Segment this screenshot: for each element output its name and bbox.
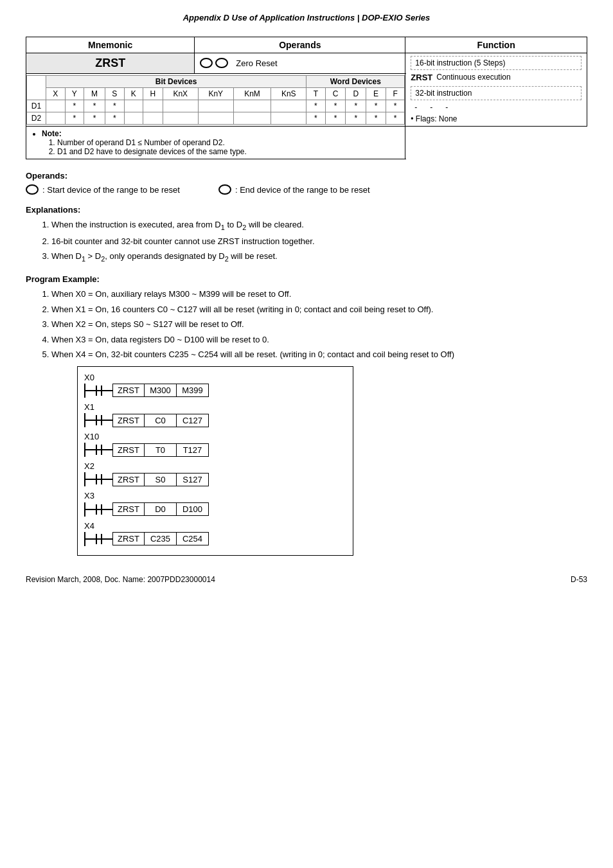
operand2-box: T127 [177,443,209,457]
program-example-item: When X4 = On, 32-bit counters C235 ~ C25… [51,348,587,361]
rung-input-label: X10 [78,431,353,443]
h-line-3 [102,509,112,510]
operand2-box: M399 [177,384,209,397]
col-header: KnY [198,87,233,100]
operand1-box: T0 [145,443,177,457]
operand1-box: C235 [145,532,177,545]
operands-section-title: Operands: [26,171,587,181]
footer-revision: Revision March, 2008, Doc. Name: 2007PDD… [26,575,215,584]
h-line-1 [85,479,96,480]
rung-signal-row: ZRSTM300M399 [78,384,353,398]
func-32bit-box: 32-bit instruction [411,86,582,100]
rung-input-label: X0 [78,372,353,384]
ladder-rung: X4ZRSTC235C254 [78,520,353,546]
zero-reset-label: Zero Reset [236,58,277,68]
rung-signal-row: ZRSTC0C127 [78,413,353,427]
col-header: T [306,87,325,100]
program-example-title: Program Example: [26,274,587,284]
footer-page: D-53 [571,575,587,584]
col-header: S [105,87,125,100]
h-line-3 [102,538,112,540]
operand1-item: : Start device of the range to be reset [26,184,180,195]
col-header: D [346,87,366,100]
rung-input-label: X2 [78,461,353,472]
h-line-1 [85,449,96,450]
operands-desc: : Start device of the range to be reset … [26,184,587,195]
operand2-box: C127 [177,414,209,427]
function-header: Function [405,37,587,53]
operands-header: Operands [195,37,405,53]
rung-signal-row: ZRSTS0S127 [78,472,353,486]
device-row: D2******** [27,112,405,124]
operand1-box: S0 [145,473,177,486]
rung-signal-row: ZRSTT0T127 [78,443,353,457]
col-header: Y [65,87,84,100]
col-header: KnX [163,87,198,100]
func-dash1: - [414,103,417,112]
col-header: K [124,87,143,100]
explanations-title: Explanations: [26,205,587,215]
col-header: H [143,87,163,100]
func-zrst-row: ZRST Continuous execution [411,73,582,82]
ladder-rung: X2ZRSTS0S127 [78,461,353,486]
operand2-item: : End device of the range to be reset [218,184,370,195]
col-header: KnS [271,87,306,100]
instr-box: ZRST [112,414,145,427]
note-label: Note: [42,129,62,138]
operand1-box: D0 [145,502,177,516]
h-line-1 [85,538,96,540]
col-header: M [84,87,105,100]
operands-symbols: Zero Reset [195,53,405,74]
h-line-3 [102,420,112,421]
h-line-3 [102,479,112,480]
h-line-1 [85,390,96,391]
ladder-rung: X10ZRSTT0T127 [78,431,353,457]
note-section: Note: Number of operand D1 ≤ Number of o… [26,127,405,159]
operand2-box: S127 [177,473,209,486]
mnemonic-header: Mnemonic [26,37,195,53]
operand1-box: M300 [145,384,177,397]
program-example-item: When X3 = On, data registers D0 ~ D100 w… [51,333,587,346]
ladder-rung: X0ZRSTM300M399 [78,372,353,398]
ladder-rung: X3ZRSTD0D100 [78,490,353,516]
func-32bit: 32-bit instruction [415,89,472,98]
page-header: Appendix D Use of Application Instructio… [26,13,587,25]
circle-op2 [215,58,228,68]
bit-devices-header: Bit Devices [46,75,306,87]
h-line-1 [85,420,96,421]
explanation-item: When D1 > D2, only operands designated b… [51,250,587,264]
device-row: D1******** [27,100,405,112]
func-dash3: - [445,103,448,112]
program-example-item: When X2 = On, steps S0 ~ S127 will be re… [51,318,587,331]
operand1-box: C0 [145,414,177,427]
instr-box: ZRST [112,443,145,457]
rung-signal-row: ZRSTC235C254 [78,532,353,546]
instr-box: ZRST [112,502,145,516]
explanations-section: Explanations: When the instruction is ex… [26,205,587,264]
operand2-desc: : End device of the range to be reset [235,185,370,195]
func-zrst-label: ZRST [411,73,432,82]
program-example-item: When X0 = On, auxiliary relays M300 ~ M3… [51,288,587,301]
word-devices-header: Word Devices [306,75,405,87]
col-header: C [325,87,346,100]
program-example-item: When X1 = On, 16 counters C0 ~ C127 will… [51,303,587,316]
function-cell: 16-bit instruction (5 Steps) ZRST Contin… [405,53,587,127]
h-line-3 [102,449,112,450]
explanation-item: 16-bit counter and 32-bit counter cannot… [51,235,587,248]
note-1: Number of operand D1 ≤ Number of operand… [57,138,400,147]
rung-input-label: X1 [78,402,353,413]
circle-op1 [200,58,213,68]
ladder-diagram: X0ZRSTM300M399X1ZRSTC0C127X10ZRSTT0T127X… [77,366,353,556]
rung-signal-row: ZRSTD0D100 [78,502,353,517]
operand2-box: D100 [177,502,209,516]
rung-input-label: X4 [78,520,353,532]
devices-container: Bit Devices Word Devices XYMSKHKnXKnYKnM… [26,73,405,126]
ladder-rung: X1ZRSTC0C127 [78,402,353,427]
rung-input-label: X3 [78,490,353,502]
circle-end [218,184,231,195]
program-example-section: Program Example: When X0 = On, auxiliary… [26,274,587,361]
h-line-1 [85,509,96,510]
operand2-box: C254 [177,532,209,545]
col-header: E [366,87,386,100]
func-continuous: Continuous execution [436,73,510,82]
